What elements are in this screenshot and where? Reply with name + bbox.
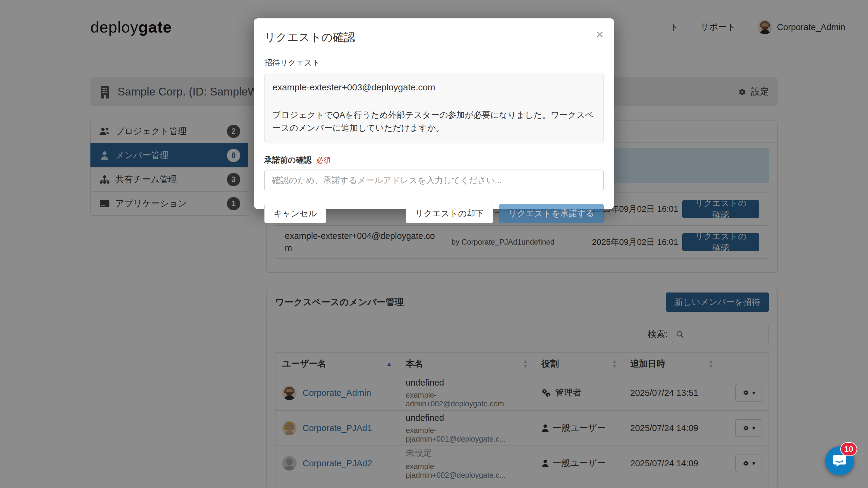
required-badge: 必須 xyxy=(316,156,331,165)
invite-request-label: 招待リクエスト xyxy=(264,58,604,68)
confirm-label: 承諾前の確認 xyxy=(264,155,312,165)
confirm-email-input[interactable] xyxy=(264,170,604,191)
cancel-button[interactable]: キャンセル xyxy=(264,204,326,223)
accept-request-button[interactable]: リクエストを承諾する xyxy=(499,204,604,223)
unread-count-badge: 10 xyxy=(840,442,857,456)
reject-request-button[interactable]: リクエストの却下 xyxy=(406,204,493,223)
modal-title: リクエストの確認 xyxy=(264,30,355,45)
close-icon[interactable]: × xyxy=(595,27,604,41)
intercom-launcher[interactable]: 10 xyxy=(825,447,854,475)
request-email: example-extester+003@deploygate.com xyxy=(273,73,595,101)
request-message: プロジェクトでQAを行うため外部テスターの参加が必要になりました。ワークスペース… xyxy=(273,101,595,143)
request-confirmation-modal: リクエストの確認 × 招待リクエスト example-extester+003@… xyxy=(254,19,614,209)
invite-request-box: example-extester+003@deploygate.com プロジェ… xyxy=(264,73,604,143)
